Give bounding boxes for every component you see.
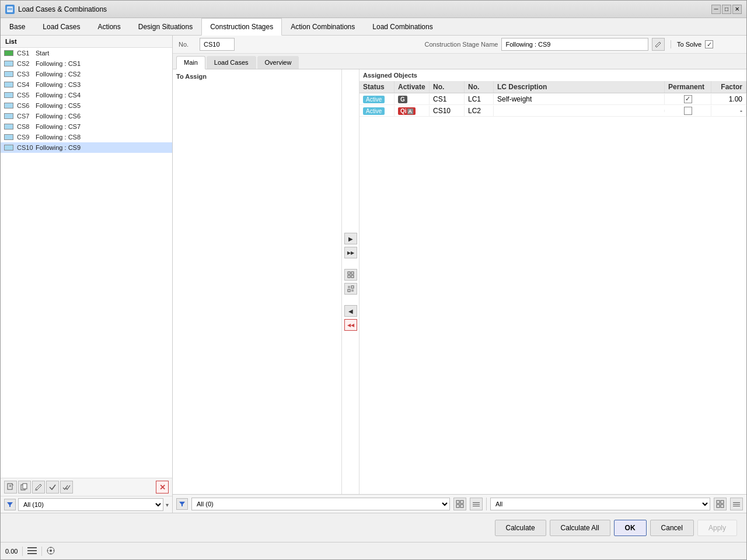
right-panel: No. CS10 Construction Stage Name Followi…	[173, 36, 746, 513]
to-solve-label: To Solve	[677, 41, 701, 48]
calculate-all-button[interactable]: Calculate All	[550, 520, 610, 536]
arrow-left-button[interactable]: ◀	[344, 305, 357, 317]
list-item[interactable]: CS9 Following : CS8	[1, 132, 172, 142]
list-item[interactable]: CS6 Following : CS5	[1, 100, 172, 111]
permanent-checkbox-2[interactable]	[684, 107, 692, 115]
td-permanent-1[interactable]	[665, 94, 711, 104]
tab-base[interactable]: Base	[1, 18, 34, 35]
item-id-cs2: CS2	[17, 60, 36, 67]
svg-rect-34	[27, 550, 37, 551]
activate-a-2: A	[407, 108, 414, 114]
close-button[interactable]: ✕	[732, 5, 742, 14]
filter-icon[interactable]	[4, 499, 16, 510]
arrow-left-all-button[interactable]: ◀◀	[344, 319, 357, 331]
grid-button-2[interactable]	[344, 283, 357, 295]
td-activate-2: QiA	[395, 106, 430, 116]
svg-rect-17	[351, 289, 354, 292]
edit-name-button[interactable]	[652, 38, 665, 51]
list-item[interactable]: CS1 Start	[1, 48, 172, 58]
bottom-right-icon-2[interactable]	[730, 498, 743, 510]
list-header: List	[1, 36, 172, 48]
tab-load-combinations[interactable]: Load Combinations	[364, 18, 441, 35]
maximize-button[interactable]: □	[722, 5, 731, 14]
svg-rect-16	[348, 289, 350, 292]
bottom-filter-icon[interactable]	[176, 498, 188, 510]
svg-rect-32	[733, 506, 740, 506]
arrow-right-all-button[interactable]: ▶▶	[344, 247, 357, 258]
td-desc-2	[494, 110, 665, 112]
item-color-cs1	[4, 50, 13, 56]
tab-main-content: To Assign ▶ ▶▶ ◀ ◀◀	[173, 69, 746, 494]
grid-button-1[interactable]	[344, 269, 357, 281]
ok-button[interactable]: OK	[614, 520, 647, 536]
svg-rect-25	[473, 506, 480, 506]
list-item[interactable]: CS4 Following : CS3	[1, 79, 172, 90]
new-button[interactable]	[4, 481, 17, 494]
svg-rect-23	[473, 502, 480, 503]
list-item[interactable]: CS2 Following : CS1	[1, 58, 172, 69]
td-lc-2: LC2	[465, 106, 494, 116]
list-item[interactable]: CS3 Following : CS2	[1, 69, 172, 79]
td-permanent-2[interactable]	[665, 106, 711, 116]
tab-load-cases[interactable]: Load Cases	[34, 18, 89, 35]
calculate-button[interactable]: Calculate	[495, 520, 546, 536]
svg-rect-13	[351, 275, 354, 278]
item-name-cs5: Following : CS4	[36, 92, 81, 99]
subtab-overview[interactable]: Overview	[257, 56, 299, 69]
list-item[interactable]: CS5 Following : CS4	[1, 90, 172, 100]
list-item[interactable]: CS7 Following : CS6	[1, 111, 172, 121]
td-desc-1: Self-weight	[494, 94, 665, 104]
svg-marker-18	[179, 502, 185, 506]
check-all-button[interactable]	[60, 481, 73, 494]
main-content: List CS1 Start CS2 Following : CS1 CS3	[1, 36, 746, 513]
svg-rect-21	[456, 505, 459, 508]
svg-rect-35	[27, 553, 37, 554]
activate-g-1: G	[398, 96, 407, 103]
permanent-checkbox-1[interactable]	[684, 95, 692, 103]
bottom-icon-1[interactable]	[453, 498, 466, 510]
th-permanent: Permanent	[665, 81, 711, 93]
arrow-right-button[interactable]: ▶	[344, 233, 357, 244]
filter-select[interactable]: All (10)	[18, 498, 163, 511]
apply-button[interactable]: Apply	[697, 520, 737, 536]
status-divider-2	[41, 547, 42, 556]
tab-actions[interactable]: Actions	[89, 18, 129, 35]
svg-rect-29	[721, 505, 724, 508]
copy-button[interactable]	[18, 481, 31, 494]
rename-button[interactable]	[32, 481, 45, 494]
right-header-row: No. CS10 Construction Stage Name Followi…	[173, 36, 746, 54]
bottom-right-icon-1[interactable]	[714, 498, 727, 510]
subtab-load-cases[interactable]: Load Cases	[207, 56, 256, 69]
bottom-assigned-filter[interactable]: All	[490, 498, 710, 510]
tab-action-combinations[interactable]: Action Combinations	[282, 18, 364, 35]
table-row[interactable]: Active G CS1 LC1 Self-weight 1.00	[359, 93, 746, 105]
item-color-cs7	[4, 113, 13, 119]
delete-button[interactable]: ✕	[156, 481, 169, 494]
list-item-selected[interactable]: CS10 Following : CS9	[1, 142, 172, 153]
svg-rect-30	[733, 502, 740, 503]
check-button[interactable]	[46, 481, 59, 494]
minimize-button[interactable]: ─	[711, 5, 721, 14]
bottom-right: All	[486, 498, 743, 510]
td-cs-1: CS1	[430, 94, 465, 104]
tab-design-situations[interactable]: Design Situations	[130, 18, 201, 35]
to-solve-checkbox[interactable]	[705, 40, 713, 48]
bottom-assign-filter[interactable]: All (0)	[191, 498, 450, 510]
item-color-cs2	[4, 61, 13, 66]
no-value: CS10	[200, 38, 235, 51]
svg-rect-24	[473, 504, 480, 505]
list-items: CS1 Start CS2 Following : CS1 CS3 Follow…	[1, 48, 172, 478]
th-status: Status	[359, 81, 395, 93]
item-color-cs10	[4, 145, 13, 150]
assigned-header: Assigned Objects	[359, 69, 746, 81]
list-item[interactable]: CS8 Following : CS7	[1, 121, 172, 132]
item-name-cs3: Following : CS2	[36, 71, 81, 78]
table-row[interactable]: Active QiA CS10 LC2 -	[359, 105, 746, 117]
subtab-main[interactable]: Main	[176, 56, 205, 69]
cancel-button[interactable]: Cancel	[650, 520, 694, 536]
name-label: Construction Stage Name	[425, 41, 498, 48]
bottom-icon-2[interactable]	[470, 498, 483, 510]
menu-bar: Base Load Cases Actions Design Situation…	[1, 18, 746, 36]
svg-rect-31	[733, 504, 740, 505]
tab-construction-stages[interactable]: Construction Stages	[201, 18, 282, 36]
